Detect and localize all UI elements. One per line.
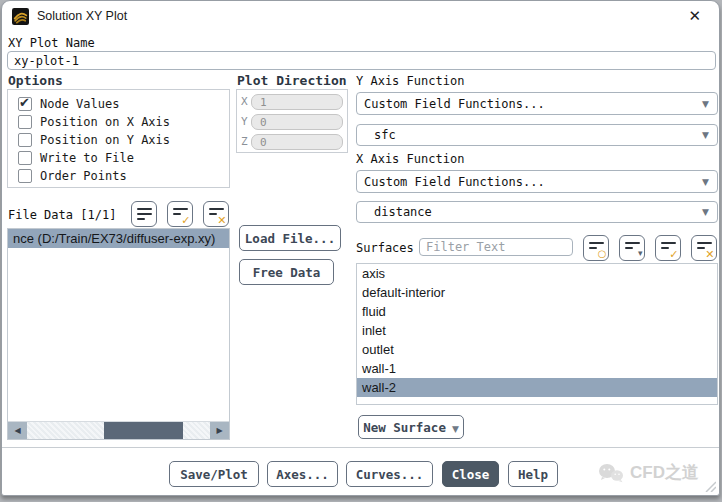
- watermark: CFD之道: [598, 461, 699, 484]
- checkbox-option-4[interactable]: ✔Order Points: [18, 167, 229, 185]
- checkbox-label: Write to File: [40, 151, 134, 165]
- xy-plot-name-label: XY Plot Name: [8, 36, 95, 50]
- chevron-down-icon: ▼: [702, 207, 717, 217]
- surface-item-wall-2[interactable]: wall-2: [357, 378, 717, 397]
- file-data-label: File Data [1/1]: [8, 208, 116, 222]
- surfaces-list[interactable]: axisdefault-interiorfluidinletoutletwall…: [356, 263, 718, 405]
- plot-direction-x-field[interactable]: 1: [251, 94, 343, 110]
- checkbox-option-0[interactable]: ✔Node Values: [18, 95, 229, 113]
- close-window-icon[interactable]: ✕: [680, 5, 709, 27]
- checkbox-option-1[interactable]: ✔Position on X Axis: [18, 113, 229, 131]
- free-data-button[interactable]: Free Data: [239, 259, 334, 285]
- surfaces-select-all-icon[interactable]: ✓: [655, 235, 681, 261]
- fluent-app-icon: [12, 8, 29, 25]
- chevron-down-icon: ▼: [702, 177, 717, 187]
- help-button[interactable]: Help: [508, 461, 558, 487]
- curves-button[interactable]: Curves...: [346, 461, 433, 487]
- checkbox[interactable]: ✔: [18, 133, 32, 147]
- scrollbar-track[interactable]: [27, 422, 210, 439]
- list-lines-glyph: [137, 208, 152, 221]
- footer-divider: [2, 447, 719, 448]
- surfaces-label: Surfaces: [356, 241, 414, 255]
- checkbox-label: Position on X Axis: [40, 115, 170, 129]
- scroll-right-icon[interactable]: ▶: [210, 422, 229, 439]
- checkbox-label: Position on Y Axis: [40, 133, 170, 147]
- badge-glyph: ✕: [705, 249, 714, 260]
- list-lines-glyph: ▾: [625, 242, 640, 255]
- chevron-down-icon: ▼: [702, 130, 717, 140]
- horizontal-scrollbar[interactable]: ◀ ▶: [8, 421, 229, 439]
- checkbox[interactable]: ✔: [18, 169, 32, 183]
- badge-glyph: ▾: [638, 249, 643, 258]
- list-lines-glyph: ✓: [173, 208, 188, 221]
- solution-xy-plot-dialog: Solution XY Plot ✕ XY Plot Name Options …: [1, 0, 720, 496]
- checkbox-option-3[interactable]: ✔Write to File: [18, 149, 229, 167]
- options-group: ✔Node Values✔Position on X Axis✔Position…: [7, 89, 230, 188]
- axis-label: Z: [241, 135, 251, 148]
- list-lines-glyph: ✕: [697, 242, 712, 255]
- checkbox-label: Node Values: [40, 97, 119, 111]
- file-data-list[interactable]: nce (D:/Train/EX73/diffuser-exp.xy) ◀ ▶: [7, 228, 230, 440]
- plot-direction-row: Z0: [241, 133, 343, 150]
- file-data-deselect-icon[interactable]: ✕: [203, 201, 229, 227]
- surface-item-axis[interactable]: axis: [357, 264, 717, 283]
- x-axis-function-select[interactable]: Custom Field Functions... ▼: [356, 170, 718, 193]
- plot-direction-y-field[interactable]: 0: [251, 114, 343, 130]
- file-data-item[interactable]: nce (D:/Train/EX73/diffuser-exp.xy): [8, 229, 229, 248]
- plot-direction-group: X1Y0Z0: [236, 89, 348, 153]
- load-file-button[interactable]: Load File...: [239, 225, 341, 251]
- axis-label: X: [241, 95, 251, 108]
- title-bar[interactable]: Solution XY Plot ✕: [2, 1, 719, 31]
- check-mark-icon: ✔: [19, 95, 30, 110]
- checkbox[interactable]: ✔: [18, 115, 32, 129]
- window-title: Solution XY Plot: [37, 9, 127, 23]
- plot-direction-row: X1: [241, 93, 343, 110]
- file-data-select-all-icon[interactable]: ✓: [167, 201, 193, 227]
- surface-item-inlet[interactable]: inlet: [357, 321, 717, 340]
- file-data-list-icon[interactable]: [131, 201, 157, 227]
- x-axis-function-label: X Axis Function: [356, 152, 464, 166]
- surface-item-wall-1[interactable]: wall-1: [357, 359, 717, 378]
- y-axis-function-label: Y Axis Function: [356, 74, 464, 88]
- list-lines-glyph: ✓: [661, 242, 676, 255]
- axes-button[interactable]: Axes...: [267, 461, 338, 487]
- badge-glyph: ✓: [181, 215, 190, 226]
- surface-item-default-interior[interactable]: default-interior: [357, 283, 717, 302]
- surfaces-group-menu-icon[interactable]: ▾: [619, 235, 645, 261]
- checkbox-label: Order Points: [40, 169, 127, 183]
- chevron-down-icon: ▼: [702, 99, 717, 109]
- watermark-text: CFD之道: [630, 461, 699, 484]
- badge-glyph: ✓: [669, 249, 678, 260]
- scrollbar-thumb[interactable]: [104, 422, 183, 439]
- list-lines-glyph: ○: [589, 242, 604, 255]
- surface-item-outlet[interactable]: outlet: [357, 340, 717, 359]
- x-axis-field-select[interactable]: distance ▼: [356, 201, 718, 223]
- list-lines-glyph: ✕: [209, 208, 224, 221]
- axis-label: Y: [241, 115, 251, 128]
- badge-glyph: ○: [598, 249, 607, 259]
- checkbox[interactable]: ✔: [18, 151, 32, 165]
- checkbox[interactable]: ✔: [18, 97, 32, 111]
- chevron-down-icon: ▼: [452, 424, 459, 434]
- resize-grip[interactable]: [702, 478, 716, 492]
- plot-direction-row: Y0: [241, 113, 343, 130]
- surfaces-filter-input[interactable]: [419, 238, 573, 256]
- y-axis-field-select[interactable]: sfc ▼: [356, 124, 718, 146]
- wechat-icon: [598, 463, 624, 483]
- xy-plot-name-input[interactable]: [7, 51, 716, 70]
- surface-item-fluid[interactable]: fluid: [357, 302, 717, 321]
- checkbox-option-2[interactable]: ✔Position on Y Axis: [18, 131, 229, 149]
- save-plot-button[interactable]: Save/Plot: [169, 461, 259, 487]
- new-surface-button[interactable]: New Surface ▼: [358, 415, 464, 439]
- options-header: Options: [8, 73, 63, 88]
- y-axis-function-select[interactable]: Custom Field Functions... ▼: [356, 92, 718, 115]
- surfaces-highlight-icon[interactable]: ○: [583, 235, 609, 261]
- plot-direction-header: Plot Direction: [237, 73, 347, 88]
- plot-direction-z-field[interactable]: 0: [251, 134, 343, 150]
- surfaces-deselect-icon[interactable]: ✕: [691, 235, 717, 261]
- close-button[interactable]: Close: [442, 461, 499, 487]
- badge-glyph: ✕: [217, 215, 226, 226]
- scroll-left-icon[interactable]: ◀: [8, 422, 27, 439]
